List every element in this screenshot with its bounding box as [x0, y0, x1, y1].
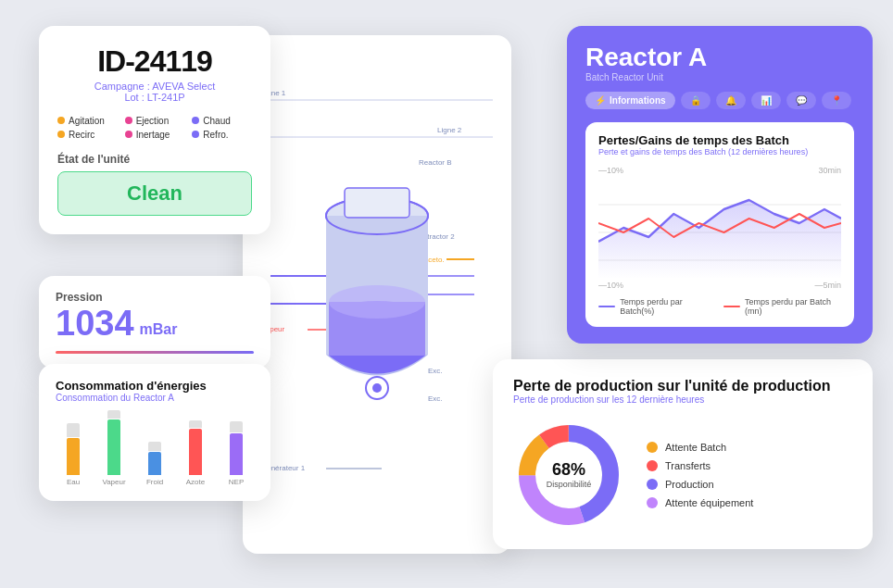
reactor-tab-list: ⚡ Informations 🔒 🔔 📊 💬 📍 [585, 92, 854, 109]
pression-value: 1034 mBar [56, 304, 254, 344]
dot-transferts [647, 460, 658, 471]
y-right-top: 30min [818, 166, 841, 175]
diagram-svg: Ligne 1 Ligne 2 Reactor B Extractor 2 Ac… [252, 44, 502, 544]
legend-red: Temps perdu par Batch (mn) [723, 297, 841, 316]
label-attente-equipement: Attente équipement [665, 497, 753, 508]
tag-list: Agitation Ejection Chaud Recirc Inertage… [57, 116, 252, 140]
batch-chart-area: Pertes/Gains de temps des Batch Perte et… [585, 122, 854, 327]
line-chart [598, 177, 841, 279]
energie-card: Consommation d'énergies Consommation du … [39, 364, 270, 501]
main-scene: ID-24119 Campagne : AVEVA Select Lot : L… [20, 17, 873, 572]
bar-froid: Froid [137, 410, 172, 486]
production-sub: Perte de production sur les 12 dernière … [513, 394, 852, 405]
y-left-top: —10% [598, 166, 623, 175]
bell-icon: 🔔 [725, 95, 736, 106]
tab-lock[interactable]: 🔒 [681, 92, 711, 109]
tab-informations-icon: ⚡ [595, 95, 606, 106]
tab-location[interactable]: 📍 [822, 92, 851, 109]
pression-bar [56, 351, 254, 354]
legend-attente-equipement: Attente équipement [647, 497, 753, 508]
tab-informations[interactable]: ⚡ Informations [585, 92, 675, 109]
legend-transferts: Transferts [647, 460, 753, 471]
tag-inertage: Inertage [125, 130, 185, 140]
lock-icon: 🔒 [690, 95, 701, 106]
reactor-title: Reactor A [585, 43, 854, 72]
donut-text: Disponibilité [547, 479, 592, 490]
svg-rect-20 [345, 188, 409, 218]
dot-attente-equipement [647, 497, 658, 508]
label-production: Production [665, 479, 714, 490]
reactor-subtitle: Batch Reactor Unit [585, 72, 854, 82]
chart-legend: Temps perdu par Batch(%) Temps perdu par… [598, 297, 841, 316]
energie-title: Consommation d'énergies [56, 379, 254, 393]
reactor-card: Reactor A Batch Reactor Unit ⚡ Informati… [567, 26, 873, 344]
svg-text:Reactor B: Reactor B [419, 158, 452, 167]
location-icon: 📍 [831, 95, 842, 106]
id-card: ID-24119 Campagne : AVEVA Select Lot : L… [39, 26, 270, 234]
id-number: ID-24119 [57, 44, 252, 79]
y-right-bottom: —5min [814, 281, 841, 290]
legend-purple: Temps perdu par Batch(%) [598, 297, 711, 316]
bar-nep: NEP [219, 410, 254, 486]
chart-y-labels-top: —10% 30min [598, 166, 841, 175]
batch-chart-sub: Perte et gains de temps des Batch (12 de… [598, 147, 841, 156]
legend-purple-line [598, 306, 615, 307]
legend-production: Production [647, 479, 753, 490]
tag-ejection: Ejection [125, 116, 185, 126]
dot-production [647, 479, 658, 490]
tab-informations-label: Informations [610, 95, 666, 106]
svg-point-22 [372, 383, 382, 393]
tag-refro: Refro. [192, 130, 252, 140]
bar-azote: Azote [178, 410, 213, 486]
energie-sub: Consommation du Reactor A [56, 393, 254, 403]
tag-recirc: Recirc [57, 130, 118, 140]
legend-red-line [723, 306, 740, 307]
bar-eau: Eau [56, 410, 91, 486]
tab-bell[interactable]: 🔔 [716, 92, 746, 109]
bar-label-nep: NEP [229, 478, 244, 486]
line-chart-svg [598, 177, 841, 279]
y-left-bottom: —10% [598, 281, 623, 290]
batch-chart-title: Pertes/Gains de temps des Batch [598, 133, 841, 147]
message-icon: 💬 [796, 95, 807, 106]
bar-vapeur: Vapeur [96, 410, 132, 486]
legend-red-label: Temps perdu par Batch (mn) [745, 297, 841, 316]
svg-text:Ligne 2: Ligne 2 [437, 126, 462, 134]
tab-message[interactable]: 💬 [786, 92, 816, 109]
id-campaign: Campagne : AVEVA Select [57, 81, 252, 92]
tab-chart[interactable]: 📊 [751, 92, 781, 109]
bar-label-azote: Azote [186, 478, 205, 486]
dot-attente-batch [647, 442, 658, 453]
donut-pct: 68% [547, 459, 592, 479]
pression-label: Pression [56, 291, 254, 304]
bar-label-froid: Froid [146, 478, 163, 486]
svg-text:Exc.: Exc. [428, 367, 443, 375]
label-attente-batch: Attente Batch [665, 442, 726, 453]
donut-chart: 68% Disponibilité [513, 419, 624, 531]
clean-badge: Clean [57, 171, 252, 216]
pression-number: 1034 [56, 304, 134, 344]
legend-attente-batch: Attente Batch [647, 442, 753, 453]
energie-bar-chart: Eau Vapeur Froid [56, 412, 254, 486]
donut-label: 68% Disponibilité [547, 459, 592, 490]
production-legend: Attente Batch Transferts Production Atte… [647, 442, 753, 508]
pression-card: Pression 1034 mBar [39, 276, 270, 369]
chart-icon: 📊 [761, 95, 772, 106]
tag-agitation: Agitation [57, 116, 118, 126]
chart-y-labels-bottom: —10% —5min [598, 281, 841, 290]
production-content: 68% Disponibilité Attente Batch Transfer… [513, 419, 852, 531]
svg-text:Exc.: Exc. [428, 394, 443, 403]
etat-label: État de l'unité [57, 153, 252, 166]
bar-label-vapeur: Vapeur [102, 478, 125, 486]
tag-chaud: Chaud [192, 116, 252, 126]
legend-purple-label: Temps perdu par Batch(%) [620, 297, 711, 316]
production-card: Perte de production sur l'unité de produ… [493, 359, 873, 549]
bar-label-eau: Eau [67, 478, 80, 486]
label-transferts: Transferts [665, 460, 711, 471]
diagram-card: Ligne 1 Ligne 2 Reactor B Extractor 2 Ac… [243, 35, 511, 554]
svg-point-19 [329, 285, 425, 319]
pression-unit: mBar [140, 321, 178, 338]
production-title: Perte de production sur l'unité de produ… [513, 378, 852, 394]
id-lot: Lot : LT-241P [57, 92, 252, 103]
